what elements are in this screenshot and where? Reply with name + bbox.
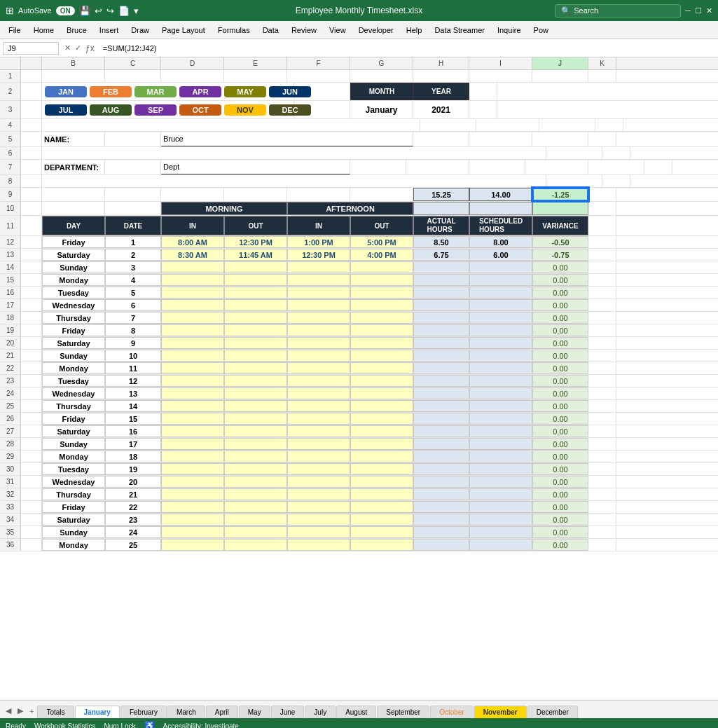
out-afternoon-34[interactable] [350,514,413,526]
menu-home[interactable]: Home [28,25,60,36]
month-oct-btn[interactable]: OCT [179,104,221,116]
month-value-cell[interactable]: January [350,101,413,118]
col-header-b[interactable]: B [42,57,105,69]
cell-j1[interactable] [532,70,588,82]
out-afternoon-19[interactable] [350,324,413,336]
out-afternoon-25[interactable] [350,400,413,412]
out-afternoon-22[interactable] [350,362,413,374]
col-header-d[interactable]: D [161,57,224,69]
in-morning-17[interactable] [161,299,224,311]
out-morning-13[interactable]: 11:45 AM [224,249,287,261]
in-morning-27[interactable] [161,425,224,437]
in-morning-30[interactable] [161,463,224,475]
insert-function-icon[interactable]: ƒx [85,43,95,53]
sheet-tab-january[interactable]: January [75,706,120,718]
out-afternoon-30[interactable] [350,463,413,475]
in-afternoon-29[interactable] [287,451,350,462]
in-morning-23[interactable] [161,375,224,387]
sheet-tab-february[interactable]: February [120,706,167,718]
in-afternoon-27[interactable] [287,425,350,437]
out-afternoon-36[interactable] [350,539,413,551]
sheet-tab-december[interactable]: December [527,706,578,718]
workbook-stats[interactable]: Workbook Statistics [34,722,96,729]
out-afternoon-21[interactable] [350,350,413,362]
sheet-tab-october[interactable]: October [430,706,474,718]
in-afternoon-19[interactable] [287,324,350,336]
in-morning-25[interactable] [161,400,224,412]
col-header-c[interactable]: C [105,57,161,69]
cell-i1[interactable] [469,70,532,82]
in-morning-34[interactable] [161,514,224,526]
out-morning-18[interactable] [224,312,287,324]
month-sep-btn[interactable]: SEP [134,104,177,116]
in-morning-16[interactable] [161,287,224,298]
out-afternoon-29[interactable] [350,451,413,462]
autosave-toggle[interactable]: ON [56,6,75,15]
in-afternoon-31[interactable] [287,476,350,488]
out-morning-28[interactable] [224,438,287,450]
in-afternoon-28[interactable] [287,438,350,450]
in-morning-36[interactable] [161,539,224,551]
out-afternoon-14[interactable] [350,261,413,273]
out-morning-24[interactable] [224,387,287,399]
out-morning-36[interactable] [224,539,287,551]
save-icon[interactable]: 💾 [79,6,90,16]
col-header-h[interactable]: H [413,57,469,69]
out-morning-21[interactable] [224,350,287,362]
redo-icon[interactable]: ↪ [106,6,114,16]
out-morning-30[interactable] [224,463,287,475]
menu-data-streamer[interactable]: Data Streamer [429,25,490,36]
add-sheet-btn[interactable]: + [27,704,36,718]
out-afternoon-20[interactable] [350,337,413,349]
dept-value[interactable]: Dept [161,160,350,174]
formula-content[interactable]: =SUM(J12:J42) [100,44,715,53]
minimize-icon[interactable]: ─ [685,6,691,15]
in-afternoon-13[interactable]: 12:30 PM [287,249,350,261]
out-afternoon-26[interactable] [350,413,413,425]
sheet-tab-september[interactable]: September [377,706,429,718]
out-morning-32[interactable] [224,488,287,500]
in-afternoon-33[interactable] [287,501,350,513]
sheet-tab-totals[interactable]: Totals [37,706,74,718]
out-afternoon-12[interactable]: 5:00 PM [350,236,413,248]
sheet-tab-april[interactable]: April [206,706,238,718]
cell-reference[interactable]: J9 [3,42,59,55]
in-afternoon-32[interactable] [287,488,350,500]
cell-a3[interactable] [21,101,42,118]
menu-pow[interactable]: Pow [528,25,554,36]
in-afternoon-35[interactable] [287,526,350,538]
in-afternoon-23[interactable] [287,375,350,387]
in-afternoon-14[interactable] [287,261,350,273]
cancel-formula-icon[interactable]: ✕ [64,43,71,53]
more-icon[interactable]: ▾ [134,6,139,16]
cell-e1[interactable] [224,70,287,82]
out-morning-27[interactable] [224,425,287,437]
out-morning-26[interactable] [224,413,287,425]
sheet-tab-august[interactable]: August [336,706,376,718]
out-afternoon-32[interactable] [350,488,413,500]
in-afternoon-22[interactable] [287,362,350,374]
in-afternoon-15[interactable] [287,274,350,286]
sheet-tab-june[interactable]: June [271,706,305,718]
out-morning-19[interactable] [224,324,287,336]
sheet-scroll-left[interactable]: ◀ [3,703,14,718]
in-morning-18[interactable] [161,312,224,324]
cell-a2[interactable] [21,83,42,100]
col-header-k[interactable]: K [588,57,616,69]
month-apr-btn[interactable]: APR [179,86,221,97]
cell-k2[interactable] [469,83,497,100]
in-afternoon-12[interactable]: 1:00 PM [287,236,350,248]
maximize-icon[interactable]: ☐ [695,6,702,15]
in-afternoon-24[interactable] [287,387,350,399]
in-morning-14[interactable] [161,261,224,273]
menu-insert[interactable]: Insert [94,25,125,36]
in-afternoon-16[interactable] [287,287,350,298]
menu-bruce[interactable]: Bruce [61,25,92,36]
out-morning-29[interactable] [224,451,287,462]
in-afternoon-20[interactable] [287,337,350,349]
cell-g1[interactable] [350,70,413,82]
out-morning-23[interactable] [224,375,287,387]
menu-formulas[interactable]: Formulas [212,25,256,36]
out-morning-12[interactable]: 12:30 PM [224,236,287,248]
search-box[interactable]: 🔍 Search [555,4,681,18]
